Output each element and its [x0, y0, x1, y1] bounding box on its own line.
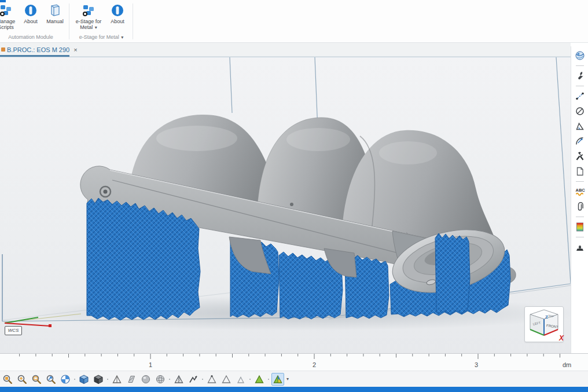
measure-distance-icon[interactable] [574, 90, 586, 102]
paperclip-icon[interactable] [574, 201, 586, 213]
zoom-in-icon[interactable] [16, 373, 28, 386]
viewcube-z-label: Z [545, 314, 548, 320]
manage-scripts-button[interactable]: Manage Scripts [0, 3, 19, 31]
shaded-sphere-icon[interactable] [139, 373, 152, 386]
iso-cube-icon[interactable] [78, 373, 90, 386]
ruler-major-label: 3 [475, 361, 478, 368]
estage-metal-icon [82, 3, 95, 17]
triangle-mark-icon[interactable] [205, 373, 218, 386]
view-toolbar: ▾ [0, 371, 588, 387]
3d-viewport-canvas[interactable]: WCS TOP LEFT FRONT Z X [0, 57, 571, 353]
measure-diameter-icon[interactable] [574, 105, 586, 117]
zoom-part-icon[interactable] [1, 373, 14, 386]
orbit-view-icon[interactable] [574, 50, 586, 61]
estage-metal-label: e-Stage for Metal [76, 19, 102, 30]
estage-support-icon[interactable] [271, 373, 284, 386]
hatch-triangle-icon[interactable] [172, 373, 185, 386]
bend-arrow-icon[interactable] [187, 373, 200, 386]
measure-radius-icon[interactable] [574, 135, 586, 147]
group-label-caret: ▾ [121, 35, 123, 40]
estage-metal-button[interactable]: e-Stage for Metal ▾ [72, 3, 105, 31]
report-page-icon[interactable] [574, 166, 586, 177]
ribbon-separator [69, 3, 69, 39]
shaded-cube-icon[interactable] [92, 373, 105, 386]
support-triangle-icon[interactable] [253, 373, 266, 386]
manual-button[interactable]: Manual [43, 3, 67, 24]
wrench-icon[interactable] [574, 70, 586, 82]
3d-scene [0, 57, 571, 353]
manual-book-icon [48, 3, 62, 17]
about-label: About [20, 19, 42, 24]
ruler-unit-label: dm [563, 361, 571, 368]
axis-x-label: X [559, 334, 564, 342]
toolbar-separator [74, 373, 76, 386]
about-label: About [106, 19, 128, 24]
sidebar-separator [576, 237, 584, 237]
ruler-bar: 123dm [0, 353, 588, 371]
toolbar-separator [249, 373, 251, 386]
support-structures-front [435, 233, 470, 314]
ruler-major-label: 1 [149, 361, 152, 368]
view-cube[interactable]: TOP LEFT FRONT Z [524, 306, 564, 342]
about-icon [24, 3, 38, 17]
mirror-plane-icon[interactable] [125, 373, 138, 386]
ribbon-separator [133, 3, 133, 39]
toolbar-separator [168, 373, 171, 386]
ribbon: Manage Scripts About Manual Automation M… [0, 0, 588, 43]
wcs-label: WCS [5, 326, 22, 335]
rotate-ball-icon[interactable] [59, 373, 72, 386]
triangle-ruler-icon[interactable] [111, 373, 123, 386]
triangle-plain-icon[interactable] [220, 373, 233, 386]
ribbon-group-automation: Manage Scripts About Manual Automation M… [0, 1, 68, 42]
group-label-estage: e-Stage for Metal [79, 34, 119, 40]
toolkit-icon[interactable] [574, 151, 586, 162]
sidebar-separator [576, 86, 584, 86]
manage-scripts-label: Manage Scripts [0, 19, 19, 31]
measure-angle-icon[interactable] [574, 120, 586, 132]
estage-about-button[interactable]: About [106, 3, 128, 24]
group-label-automation: Automation Module [0, 34, 68, 40]
svg-text:ABC: ABC [575, 188, 585, 193]
sidebar-separator [576, 217, 584, 217]
toolbar-separator [201, 373, 204, 386]
tab-title: B.PROC.: EOS M 290 [7, 46, 69, 53]
sidebar-separator [576, 181, 584, 182]
ribbon-group-estage: e-Stage for Metal ▾ About e-Stage for Me… [71, 1, 132, 42]
manual-label: Manual [43, 19, 67, 24]
toolbar-separator [106, 373, 109, 386]
ruler-major-label: 2 [313, 361, 316, 368]
sidebar-separator [576, 65, 584, 66]
toolbar-dropdown-caret[interactable]: ▾ [286, 376, 289, 382]
colormap-icon[interactable] [574, 221, 586, 233]
document-tabbar: B.PROC.: EOS M 290× [0, 43, 571, 57]
automation-about-button[interactable]: About [20, 3, 42, 24]
zoom-dynamic-icon[interactable] [45, 373, 57, 386]
manage-scripts-icon [0, 3, 13, 17]
tab-file-icon [1, 47, 5, 52]
right-toolbar: ABC [571, 46, 588, 353]
annotate-abc-icon[interactable]: ABC [574, 186, 586, 197]
stamp-3d-icon[interactable] [574, 241, 586, 253]
estage-caret: ▾ [95, 25, 97, 30]
toolbar-separator [267, 373, 270, 386]
zoom-window-icon[interactable] [30, 373, 43, 386]
wire-sphere-icon[interactable] [154, 373, 167, 386]
tab-close-icon[interactable]: × [74, 46, 77, 53]
triangle-small-icon[interactable] [234, 373, 247, 386]
taskbar-strip [0, 387, 588, 392]
about-icon [111, 3, 124, 17]
